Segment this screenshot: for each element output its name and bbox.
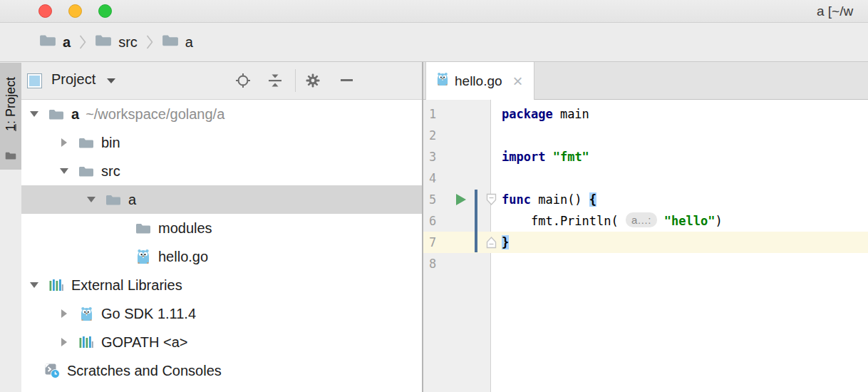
code-line-5: func main() { <box>492 189 868 210</box>
line-number: 3 <box>423 146 455 167</box>
folder-icon <box>77 137 95 149</box>
close-window-button[interactable] <box>38 4 52 18</box>
breadcrumb-item-src[interactable]: src <box>95 33 138 51</box>
minimize-window-button[interactable] <box>68 4 82 18</box>
breadcrumb-separator-icon <box>146 33 153 51</box>
folder-icon <box>5 150 16 163</box>
folder-icon <box>162 33 179 51</box>
gear-icon[interactable] <box>305 73 321 91</box>
breadcrumb-item-a2[interactable]: a <box>162 33 193 51</box>
line-number: 4 <box>423 167 455 189</box>
code-area[interactable]: package main import "fmt" func main() { … <box>492 103 868 274</box>
locate-file-button[interactable] <box>235 73 251 91</box>
tree-item-label: modules <box>158 220 212 237</box>
tree-item-src[interactable]: src <box>21 157 422 185</box>
library-icon <box>47 278 66 292</box>
editor-tab-label: hello.go <box>455 73 502 89</box>
editor-area: hello.go × 1 2 3 4 5 6 7 8 <box>423 62 868 392</box>
go-gopher-icon <box>437 72 448 90</box>
tree-item-external-libraries[interactable]: External Libraries <box>21 271 422 299</box>
line-number: 8 <box>423 253 455 274</box>
code-line-6: fmt.Println( a…: "hello") <box>492 210 868 232</box>
project-panel-title[interactable]: Project <box>51 71 95 88</box>
project-tool-window-icon <box>27 73 42 88</box>
zoom-window-button[interactable] <box>98 4 112 18</box>
tree-item-label: bin <box>101 135 120 151</box>
tree-item-label: a <box>71 106 79 123</box>
chevron-expanded-icon[interactable] <box>27 111 41 117</box>
tool-window-tab-project[interactable]: 1: Project <box>0 63 21 170</box>
code-line-4 <box>492 167 868 189</box>
editor-tabbar: hello.go × <box>423 62 868 100</box>
code-line-1: package main <box>492 103 868 125</box>
tree-item-label: hello.go <box>158 249 208 265</box>
parameter-hint: a…: <box>626 212 657 227</box>
run-main-icon[interactable] <box>456 194 466 205</box>
line-number: 5 <box>423 189 455 210</box>
chevron-expanded-icon[interactable] <box>27 282 41 288</box>
editor-tab-hello-go[interactable]: hello.go × <box>425 62 534 100</box>
tree-item-label: Go SDK 1.11.4 <box>101 306 196 322</box>
folder-icon <box>134 222 153 234</box>
code-line-8 <box>492 253 868 274</box>
close-tab-icon[interactable]: × <box>513 73 523 90</box>
breadcrumb: a src a <box>0 23 868 62</box>
tree-item-go-sdk[interactable]: Go SDK 1.11.4 <box>21 299 422 328</box>
tree-item-gopath[interactable]: GOPATH <a> <box>21 328 422 356</box>
breadcrumb-item-a[interactable]: a <box>39 33 71 51</box>
tree-item-bin[interactable]: bin <box>21 128 422 157</box>
code-line-2 <box>492 125 868 146</box>
titlebar: a [~/w <box>0 0 868 23</box>
line-numbers: 1 2 3 4 5 6 7 8 <box>423 103 455 274</box>
code-line-7: } <box>492 232 868 253</box>
changed-lines-marker <box>475 190 477 252</box>
folder-icon <box>47 108 66 120</box>
line-number: 6 <box>423 210 455 232</box>
folder-icon <box>77 165 95 177</box>
tree-item-scratches[interactable]: Scratches and Consoles <box>21 356 422 385</box>
chevron-collapsed-icon[interactable] <box>57 138 71 147</box>
main-area: 1: Project Project <box>0 62 868 392</box>
code-line-3: import "fmt" <box>492 146 868 167</box>
chevron-down-icon[interactable] <box>107 78 115 83</box>
chevron-expanded-icon[interactable] <box>57 168 71 174</box>
breadcrumb-separator-icon <box>79 33 86 51</box>
scratches-icon <box>43 363 61 378</box>
tree-item-a-selected[interactable]: a <box>21 185 422 214</box>
chevron-collapsed-icon[interactable] <box>57 338 71 346</box>
line-number: 7 <box>423 232 455 253</box>
tree-item-root-a[interactable]: a ~/workspace/golang/a <box>21 100 422 128</box>
tool-window-tab-label: 1: Project <box>4 77 19 131</box>
folder-icon <box>104 194 123 206</box>
tree-item-label: GOPATH <a> <box>101 334 188 351</box>
go-gopher-icon <box>134 249 153 264</box>
tree-item-label: src <box>101 163 120 180</box>
tree-item-label: Scratches and Consoles <box>67 363 222 379</box>
tree-item-path: ~/workspace/golang/a <box>86 106 224 123</box>
tool-window-stripe: 1: Project <box>0 62 21 392</box>
tree-item-label: External Libraries <box>71 277 182 294</box>
tree-item-hello-go[interactable]: hello.go <box>21 242 422 271</box>
collapse-all-button[interactable] <box>267 73 283 91</box>
editor-body[interactable]: 1 2 3 4 5 6 7 8 package <box>423 100 868 392</box>
project-tree: a ~/workspace/golang/a bin src a <box>21 100 422 392</box>
line-number: 2 <box>423 125 455 146</box>
toolbar-separator <box>295 69 296 92</box>
window-title: a [~/w <box>817 4 853 19</box>
hide-panel-button[interactable] <box>341 79 353 81</box>
folder-icon <box>39 33 56 51</box>
library-icon <box>77 335 95 349</box>
go-gopher-icon <box>77 306 95 321</box>
tree-item-label: a <box>128 192 136 208</box>
folder-icon <box>95 33 112 51</box>
project-panel-header: Project <box>21 62 422 100</box>
chevron-collapsed-icon[interactable] <box>57 309 71 318</box>
chevron-expanded-icon[interactable] <box>84 197 98 202</box>
tree-item-modules[interactable]: modules <box>21 214 422 242</box>
ide-window: a [~/w a src a 1: Project <box>0 0 868 392</box>
line-number: 1 <box>423 103 455 125</box>
project-panel: Project <box>21 62 422 392</box>
